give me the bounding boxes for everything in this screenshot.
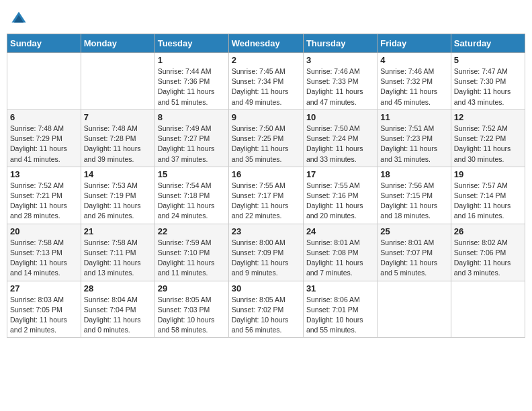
day-number: 19 [454, 169, 522, 179]
day-info: Sunrise: 8:05 AM Sunset: 7:03 PM Dayligh… [158, 295, 226, 336]
day-number: 3 [306, 55, 374, 65]
calendar-cell: 23Sunrise: 8:00 AM Sunset: 7:09 PM Dayli… [228, 224, 303, 281]
calendar-cell [451, 281, 525, 338]
week-row-3: 13Sunrise: 7:52 AM Sunset: 7:21 PM Dayli… [7, 167, 525, 224]
day-number: 24 [306, 226, 374, 236]
day-info: Sunrise: 7:47 AM Sunset: 7:30 PM Dayligh… [454, 66, 522, 107]
week-row-1: 1Sunrise: 7:44 AM Sunset: 7:36 PM Daylig… [7, 53, 525, 110]
calendar-cell: 3Sunrise: 7:46 AM Sunset: 7:33 PM Daylig… [303, 53, 377, 110]
day-number: 9 [232, 112, 300, 122]
day-info: Sunrise: 7:59 AM Sunset: 7:10 PM Dayligh… [158, 238, 226, 279]
day-number: 14 [84, 169, 152, 179]
day-info: Sunrise: 8:01 AM Sunset: 7:07 PM Dayligh… [380, 238, 447, 279]
calendar-cell: 13Sunrise: 7:52 AM Sunset: 7:21 PM Dayli… [7, 167, 81, 224]
day-info: Sunrise: 8:01 AM Sunset: 7:08 PM Dayligh… [306, 238, 374, 279]
day-info: Sunrise: 7:44 AM Sunset: 7:36 PM Dayligh… [158, 66, 226, 107]
day-number: 21 [84, 226, 152, 236]
day-number: 23 [232, 226, 300, 236]
day-info: Sunrise: 7:58 AM Sunset: 7:11 PM Dayligh… [84, 238, 152, 279]
week-row-5: 27Sunrise: 8:03 AM Sunset: 7:05 PM Dayli… [7, 281, 525, 338]
day-info: Sunrise: 7:48 AM Sunset: 7:29 PM Dayligh… [10, 124, 78, 165]
calendar-cell: 18Sunrise: 7:56 AM Sunset: 7:15 PM Dayli… [378, 167, 451, 224]
day-number: 27 [10, 283, 78, 293]
day-number: 13 [10, 169, 78, 179]
day-info: Sunrise: 7:48 AM Sunset: 7:28 PM Dayligh… [84, 124, 152, 165]
day-info: Sunrise: 8:02 AM Sunset: 7:06 PM Dayligh… [454, 238, 522, 279]
calendar-cell [7, 53, 81, 110]
day-number: 7 [84, 112, 152, 122]
weekday-header-sunday: Sunday [7, 34, 81, 53]
calendar-cell: 1Sunrise: 7:44 AM Sunset: 7:36 PM Daylig… [154, 53, 228, 110]
day-info: Sunrise: 8:05 AM Sunset: 7:02 PM Dayligh… [232, 295, 300, 336]
day-info: Sunrise: 8:06 AM Sunset: 7:01 PM Dayligh… [306, 295, 374, 336]
day-number: 26 [454, 226, 522, 236]
calendar-cell: 21Sunrise: 7:58 AM Sunset: 7:11 PM Dayli… [81, 224, 154, 281]
day-info: Sunrise: 7:58 AM Sunset: 7:13 PM Dayligh… [10, 238, 78, 279]
calendar-cell: 6Sunrise: 7:48 AM Sunset: 7:29 PM Daylig… [7, 109, 81, 167]
week-row-2: 6Sunrise: 7:48 AM Sunset: 7:29 PM Daylig… [7, 109, 525, 167]
day-number: 5 [454, 55, 522, 65]
day-info: Sunrise: 7:45 AM Sunset: 7:34 PM Dayligh… [232, 66, 300, 107]
weekday-header-saturday: Saturday [451, 34, 525, 53]
day-number: 16 [232, 169, 300, 179]
calendar-cell: 20Sunrise: 7:58 AM Sunset: 7:13 PM Dayli… [7, 224, 81, 281]
day-info: Sunrise: 7:46 AM Sunset: 7:33 PM Dayligh… [306, 66, 374, 107]
calendar-cell: 9Sunrise: 7:50 AM Sunset: 7:25 PM Daylig… [228, 109, 303, 167]
calendar-cell [378, 281, 451, 338]
day-info: Sunrise: 8:03 AM Sunset: 7:05 PM Dayligh… [10, 295, 78, 336]
day-number: 18 [380, 169, 447, 179]
day-number: 4 [380, 55, 447, 65]
calendar-cell: 8Sunrise: 7:49 AM Sunset: 7:27 PM Daylig… [154, 109, 228, 167]
day-number: 17 [306, 169, 374, 179]
calendar-cell: 2Sunrise: 7:45 AM Sunset: 7:34 PM Daylig… [228, 53, 303, 110]
day-number: 30 [232, 283, 300, 293]
weekday-header-friday: Friday [378, 34, 451, 53]
day-number: 31 [306, 283, 374, 293]
calendar-cell: 17Sunrise: 7:55 AM Sunset: 7:16 PM Dayli… [303, 167, 377, 224]
day-info: Sunrise: 8:00 AM Sunset: 7:09 PM Dayligh… [232, 238, 300, 279]
day-info: Sunrise: 7:46 AM Sunset: 7:32 PM Dayligh… [380, 66, 447, 107]
day-info: Sunrise: 8:04 AM Sunset: 7:04 PM Dayligh… [84, 295, 152, 336]
logo [9, 7, 31, 28]
logo-icon [9, 9, 28, 28]
calendar-cell: 14Sunrise: 7:53 AM Sunset: 7:19 PM Dayli… [81, 167, 154, 224]
calendar-cell: 5Sunrise: 7:47 AM Sunset: 7:30 PM Daylig… [451, 53, 525, 110]
day-info: Sunrise: 7:56 AM Sunset: 7:15 PM Dayligh… [380, 181, 447, 222]
calendar-cell: 27Sunrise: 8:03 AM Sunset: 7:05 PM Dayli… [7, 281, 81, 338]
page-header [7, 7, 525, 28]
day-info: Sunrise: 7:52 AM Sunset: 7:21 PM Dayligh… [10, 181, 78, 222]
calendar-cell: 31Sunrise: 8:06 AM Sunset: 7:01 PM Dayli… [303, 281, 377, 338]
calendar-cell: 15Sunrise: 7:54 AM Sunset: 7:18 PM Dayli… [154, 167, 228, 224]
weekday-header-thursday: Thursday [303, 34, 377, 53]
day-number: 12 [454, 112, 522, 122]
calendar-cell [81, 53, 154, 110]
calendar-cell: 11Sunrise: 7:51 AM Sunset: 7:23 PM Dayli… [378, 109, 451, 167]
calendar-cell: 10Sunrise: 7:50 AM Sunset: 7:24 PM Dayli… [303, 109, 377, 167]
calendar-cell: 4Sunrise: 7:46 AM Sunset: 7:32 PM Daylig… [378, 53, 451, 110]
day-info: Sunrise: 7:53 AM Sunset: 7:19 PM Dayligh… [84, 181, 152, 222]
calendar-cell: 12Sunrise: 7:52 AM Sunset: 7:22 PM Dayli… [451, 109, 525, 167]
weekday-header-wednesday: Wednesday [228, 34, 303, 53]
calendar-cell: 26Sunrise: 8:02 AM Sunset: 7:06 PM Dayli… [451, 224, 525, 281]
day-info: Sunrise: 7:54 AM Sunset: 7:18 PM Dayligh… [158, 181, 226, 222]
calendar-cell: 24Sunrise: 8:01 AM Sunset: 7:08 PM Dayli… [303, 224, 377, 281]
day-info: Sunrise: 7:51 AM Sunset: 7:23 PM Dayligh… [380, 124, 447, 165]
weekday-header-monday: Monday [81, 34, 154, 53]
calendar-cell: 22Sunrise: 7:59 AM Sunset: 7:10 PM Dayli… [154, 224, 228, 281]
calendar-cell: 16Sunrise: 7:55 AM Sunset: 7:17 PM Dayli… [228, 167, 303, 224]
day-info: Sunrise: 7:49 AM Sunset: 7:27 PM Dayligh… [158, 124, 226, 165]
day-number: 15 [158, 169, 226, 179]
day-number: 28 [84, 283, 152, 293]
day-info: Sunrise: 7:50 AM Sunset: 7:25 PM Dayligh… [232, 124, 300, 165]
day-number: 22 [158, 226, 226, 236]
calendar-table: SundayMondayTuesdayWednesdayThursdayFrid… [7, 34, 525, 338]
calendar-cell: 28Sunrise: 8:04 AM Sunset: 7:04 PM Dayli… [81, 281, 154, 338]
day-info: Sunrise: 7:57 AM Sunset: 7:14 PM Dayligh… [454, 181, 522, 222]
week-row-4: 20Sunrise: 7:58 AM Sunset: 7:13 PM Dayli… [7, 224, 525, 281]
day-info: Sunrise: 7:52 AM Sunset: 7:22 PM Dayligh… [454, 124, 522, 165]
day-number: 10 [306, 112, 374, 122]
day-number: 25 [380, 226, 447, 236]
weekday-header-tuesday: Tuesday [154, 34, 228, 53]
calendar-cell: 25Sunrise: 8:01 AM Sunset: 7:07 PM Dayli… [378, 224, 451, 281]
calendar-cell: 19Sunrise: 7:57 AM Sunset: 7:14 PM Dayli… [451, 167, 525, 224]
